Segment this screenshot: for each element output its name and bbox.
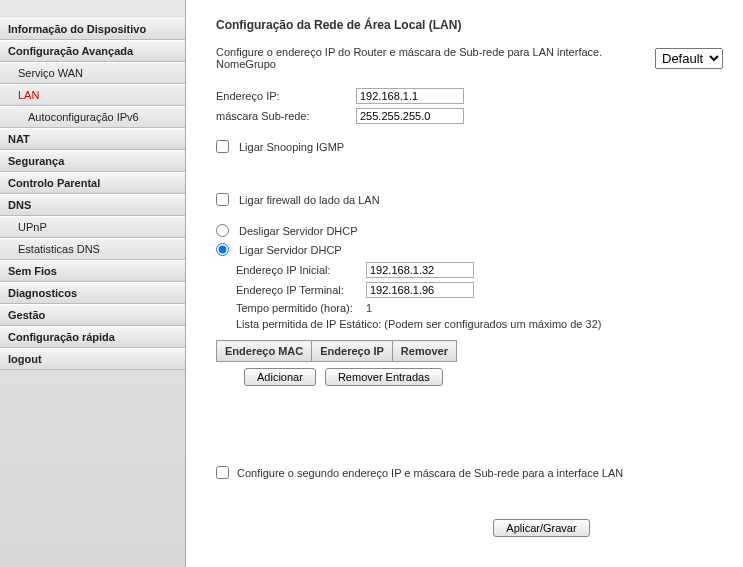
nav-lan[interactable]: LAN [0,84,185,106]
dhcp-on-label: Ligar Servidor DHCP [239,244,342,256]
nav-logout[interactable]: logout [0,348,185,370]
group-select[interactable]: Default [655,48,723,69]
nav-nat[interactable]: NAT [0,128,185,150]
nav-quick-config[interactable]: Configuração rápida [0,326,185,348]
nav-parental-control[interactable]: Controlo Parental [0,172,185,194]
col-mac: Endereço MAC [217,341,312,362]
lease-value: 1 [366,302,372,314]
ip-input[interactable] [356,88,464,104]
igmp-label: Ligar Snooping IGMP [239,141,344,153]
second-ip-label: Configure o segundo endereço IP e máscar… [237,467,623,479]
nav-management[interactable]: Gestão [0,304,185,326]
nav-device-info[interactable]: Informação do Dispositivo [0,18,185,40]
sidebar: Informação do Dispositivo Configuração A… [0,0,186,567]
page-title: Configuração da Rede de Área Local (LAN) [216,18,723,32]
nav-diagnostics[interactable]: Diagnosticos [0,282,185,304]
nav-security[interactable]: Segurança [0,150,185,172]
dhcp-start-input[interactable] [366,262,474,278]
dhcp-on-radio[interactable] [216,243,229,256]
dhcp-end-label: Endereço IP Terminal: [236,284,366,296]
nav-advanced-config[interactable]: Configuração Avançada [0,40,185,62]
dhcp-start-label: Endereço IP Inicial: [236,264,366,276]
main-content: Configuração da Rede de Área Local (LAN)… [186,0,743,567]
col-remove: Remover [392,341,456,362]
ip-label: Endereço IP: [216,90,356,102]
add-button[interactable]: Adicionar [244,368,316,386]
nav-ipv6-autoconfig[interactable]: Autoconfiguração IPv6 [0,106,185,128]
nav-wireless[interactable]: Sem Fios [0,260,185,282]
dhcp-off-label: Desligar Servidor DHCP [239,225,358,237]
lease-label: Tempo permitido (hora): [236,302,366,314]
static-ip-table: Endereço MAC Endereço IP Remover [216,340,457,362]
igmp-checkbox[interactable] [216,140,229,153]
second-ip-checkbox[interactable] [216,466,229,479]
mask-input[interactable] [356,108,464,124]
nav-upnp[interactable]: UPnP [0,216,185,238]
nav-dns[interactable]: DNS [0,194,185,216]
col-ip: Endereço IP [312,341,393,362]
static-ip-note: Lista permitida de IP Estático: (Podem s… [236,318,723,330]
mask-label: máscara Sub-rede: [216,110,356,122]
firewall-checkbox[interactable] [216,193,229,206]
intro-text: Configure o endereço IP do Router e másc… [216,46,649,70]
firewall-label: Ligar firewall do lado da LAN [239,194,380,206]
dhcp-off-radio[interactable] [216,224,229,237]
apply-save-button[interactable]: Aplicar/Gravar [493,519,589,537]
nav-wan-service[interactable]: Serviço WAN [0,62,185,84]
remove-entries-button[interactable]: Remover Entradas [325,368,443,386]
nav-dns-stats[interactable]: Estatisticas DNS [0,238,185,260]
dhcp-end-input[interactable] [366,282,474,298]
